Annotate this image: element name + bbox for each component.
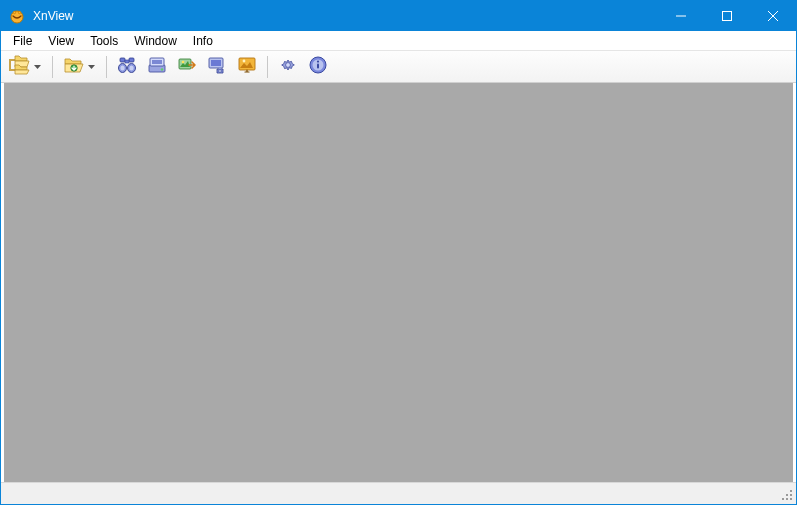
svg-point-16 [120,65,124,70]
about-button[interactable] [304,54,332,80]
window-title: XnView [33,9,73,23]
menu-file[interactable]: File [5,32,40,50]
svg-rect-39 [786,498,788,500]
svg-rect-28 [239,58,255,70]
svg-point-1 [13,11,15,13]
batch-convert-button[interactable] [173,54,201,80]
app-icon [9,8,25,24]
menu-view[interactable]: View [40,32,82,50]
open-button[interactable] [59,54,100,80]
menubar: File View Tools Window Info [1,31,796,51]
statusbar [1,482,796,504]
options-button[interactable] [274,54,302,80]
svg-point-21 [161,68,163,70]
mdi-client-area [4,83,793,482]
scanner-icon [147,55,167,78]
svg-rect-12 [129,58,134,62]
toolbar-separator [267,56,268,78]
svg-rect-40 [790,498,792,500]
toolbar-separator [106,56,107,78]
open-folder-icon [63,55,85,78]
minimize-button[interactable] [658,1,704,31]
menu-info[interactable]: Info [185,32,221,50]
svg-rect-38 [782,498,784,500]
svg-point-33 [317,61,319,63]
svg-rect-8 [9,59,15,61]
svg-rect-27 [219,68,221,70]
svg-rect-22 [179,59,191,69]
browse-button[interactable] [5,54,46,80]
svg-rect-34 [317,64,319,69]
svg-rect-11 [120,58,125,62]
capture-button[interactable] [203,54,231,80]
svg-rect-4 [723,12,732,21]
svg-rect-13 [125,60,129,63]
toolbar [1,51,796,83]
svg-point-23 [182,61,185,64]
svg-point-30 [286,63,291,68]
maximize-button[interactable] [704,1,750,31]
svg-rect-25 [211,60,221,66]
menu-tools[interactable]: Tools [82,32,126,50]
main-window: XnView File View Tools Window Info [0,0,797,505]
folder-tree-icon [9,55,31,78]
svg-point-26 [219,70,222,73]
svg-point-2 [18,11,20,13]
binoculars-icon [117,55,137,78]
svg-point-17 [129,65,133,70]
slideshow-button[interactable] [233,54,261,80]
svg-rect-9 [9,69,15,71]
convert-icon [177,55,197,78]
svg-point-0 [11,11,23,23]
close-button[interactable] [750,1,796,31]
titlebar[interactable]: XnView [1,1,796,31]
svg-rect-36 [786,494,788,496]
dropdown-caret-icon [32,65,42,69]
gear-icon [278,55,298,78]
toolbar-separator [52,56,53,78]
svg-point-29 [243,60,246,63]
capture-icon [207,55,227,78]
search-button[interactable] [113,54,141,80]
dropdown-caret-icon [86,65,96,69]
svg-rect-35 [790,490,792,492]
slideshow-icon [237,55,257,78]
acquire-button[interactable] [143,54,171,80]
svg-rect-20 [152,60,162,64]
info-icon [308,55,328,78]
svg-rect-37 [790,494,792,496]
menu-window[interactable]: Window [126,32,185,50]
resize-grip[interactable] [782,490,794,502]
